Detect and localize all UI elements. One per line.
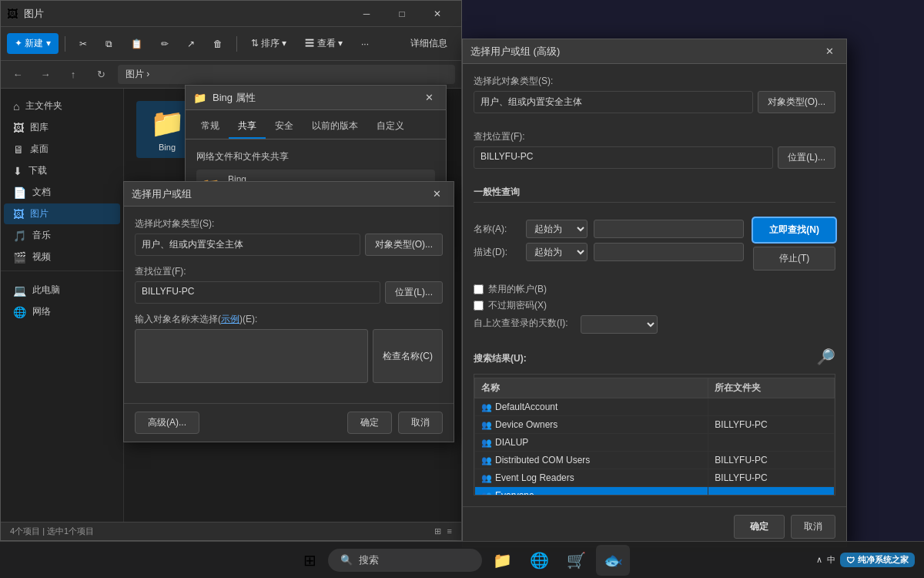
rename-button[interactable]: ✏ [153,35,176,53]
sidebar-item-documents[interactable]: 📄 文档 [4,182,120,203]
search-placeholder: 搜索 [359,553,379,567]
table-row[interactable]: 👥Device OwnersBILLYFU-PC [475,416,835,434]
sort-button[interactable]: ⇅ 排序 ▾ [243,33,295,54]
videos-icon: 🎬 [13,251,26,264]
name-textarea[interactable] [135,329,368,383]
select-user-ok-button[interactable]: 确定 [347,412,392,434]
table-row[interactable]: 👥Distributed COM UsersBILLYFU-PC [475,452,835,469]
tab-previous[interactable]: 以前的版本 [303,115,367,139]
table-row[interactable]: 👥Everyone [475,487,835,496]
adv-cancel-button[interactable]: 取消 [791,515,835,539]
delete-button[interactable]: 🗑 [206,35,230,53]
adv-object-type-button[interactable]: 对象类型(O)... [758,91,835,113]
grid-view-icon[interactable]: ⊞ [434,526,441,536]
sidebar-item-downloads[interactable]: ⬇ 下载 [4,160,120,181]
paste-button[interactable]: 📋 [123,35,150,53]
explorer-icon: 🖼 [7,8,18,20]
select-user-cancel-button[interactable]: 取消 [398,412,443,434]
name-filter-select[interactable]: 起始为 [526,220,588,238]
refresh-button[interactable]: ↻ [90,64,112,86]
downloads-icon: ⬇ [13,165,22,177]
maximize-button[interactable]: □ [384,1,420,27]
object-type-button[interactable]: 对象类型(O)... [365,234,443,256]
results-scroll[interactable]: 名称 所在文件夹 👥DefaultAccount👥Device OwnersBI… [474,374,835,496]
forward-button[interactable]: → [35,64,56,86]
music-icon: 🎵 [13,230,26,242]
folder-small-icon: 📁 [193,92,206,104]
new-button[interactable]: ✦ 新建 ▾ [7,33,59,54]
no-expire-checkbox[interactable] [474,301,484,311]
select-user-close-button[interactable]: ✕ [427,185,446,203]
dialog-close-button[interactable]: ✕ [420,89,438,107]
start-button[interactable]: ⊞ [294,545,325,576]
disabled-account-label: 禁用的帐户(B) [488,283,547,296]
status-text: 4个项目 | 选中1个项目 [10,526,94,537]
tray-up-arrow[interactable]: ∧ [816,555,822,565]
taskbar-right: ∧ 中 🛡 纯净系统之家 [816,553,924,567]
sidebar-item-computer[interactable]: 💻 此电脑 [4,280,120,301]
desc-filter-select[interactable]: 起始为 [526,243,588,261]
days-row: 自上次查登录的天数(I): [474,315,835,334]
address-path[interactable]: 图片 › [118,65,455,84]
name-filter-input[interactable] [594,220,744,238]
select-user-title-bar: 选择用户或组 ✕ [124,182,454,207]
desc-filter-input[interactable] [594,243,744,261]
advanced-title-bar: 选择用户或组 (高级) ✕ [463,39,846,64]
advanced-close-button[interactable]: ✕ [820,42,839,61]
object-type-display: 用户、组或内置安全主体 [135,234,360,256]
cut-button[interactable]: ✂ [72,35,95,53]
location-button[interactable]: 位置(L)... [385,281,443,304]
copy-button[interactable]: ⧉ [98,35,120,53]
tab-custom[interactable]: 自定义 [367,115,413,139]
search-now-button[interactable]: 立即查找(N) [753,218,835,242]
taskbar-search[interactable]: 🔍 搜索 [328,549,482,572]
taskbar-app-edge[interactable]: 🌐 [522,545,556,576]
sidebar-item-videos[interactable]: 🎬 视频 [4,247,120,267]
tab-general[interactable]: 常规 [192,115,229,139]
taskbar-app-game[interactable]: 🐟 [596,545,630,576]
taskbar-app-store[interactable]: 🛒 [559,545,593,576]
days-select[interactable] [581,315,658,334]
disabled-account-row: 禁用的帐户(B) [474,283,835,296]
details-button[interactable]: 详细信息 [403,33,455,54]
minimize-button[interactable]: ─ [349,1,384,27]
view-button[interactable]: ☰ 查看 ▾ [297,33,350,54]
tab-share[interactable]: 共享 [229,115,266,139]
sidebar-item-gallery[interactable]: 🖼 图库 [4,117,120,138]
adv-location-label: 查找位置(F): [474,130,835,143]
result-name-cell: 👥Event Log Readers [475,469,708,487]
example-link[interactable]: 示例 [221,314,239,324]
tab-security[interactable]: 安全 [266,115,303,139]
tray-logo[interactable]: 🛡 纯净系统之家 [840,553,915,567]
more-button[interactable]: ··· [353,35,377,53]
check-names-button[interactable]: 检查名称(C) [373,329,443,383]
result-folder-cell [708,434,835,452]
up-button[interactable]: ↑ [62,64,84,86]
advanced-button[interactable]: 高级(A)... [135,412,199,434]
location-input-row: BILLYFU-PC 位置(L)... [135,281,443,304]
disabled-account-checkbox[interactable] [474,284,484,294]
adv-location-button[interactable]: 位置(L)... [778,146,835,169]
table-row[interactable]: 👥DefaultAccount [475,398,835,416]
sidebar-item-music[interactable]: 🎵 音乐 [4,225,120,246]
stop-button[interactable]: 停止(T) [753,247,835,271]
sidebar-item-desktop[interactable]: 🖥 桌面 [4,139,120,160]
list-view-icon[interactable]: ≡ [447,526,452,536]
sidebar-item-pictures[interactable]: 🖼 图片 [4,203,120,224]
result-icon: 🔎 [816,348,835,366]
adv-location-row: 查找位置(F): BILLYFU-PC 位置(L)... [474,130,835,169]
object-type-row: 选择此对象类型(S): 用户、组或内置安全主体 对象类型(O)... [135,217,443,256]
adv-ok-button[interactable]: 确定 [734,515,785,539]
sidebar-item-network[interactable]: 🌐 网络 [4,301,120,322]
share-button[interactable]: ↗ [179,35,203,53]
tray-lang[interactable]: 中 [827,554,835,566]
result-folder-cell: BILLYFU-PC [708,452,835,469]
back-button[interactable]: ← [7,64,28,86]
col-name-header: 名称 [475,378,708,398]
table-row[interactable]: 👥DIALUP [475,434,835,452]
sidebar-item-home[interactable]: ⌂ 主文件夹 [4,96,120,116]
taskbar-app-explorer[interactable]: 📁 [485,545,519,576]
location-display: BILLYFU-PC [135,281,380,304]
table-row[interactable]: 👥Event Log ReadersBILLYFU-PC [475,469,835,487]
close-button[interactable]: ✕ [420,1,455,27]
